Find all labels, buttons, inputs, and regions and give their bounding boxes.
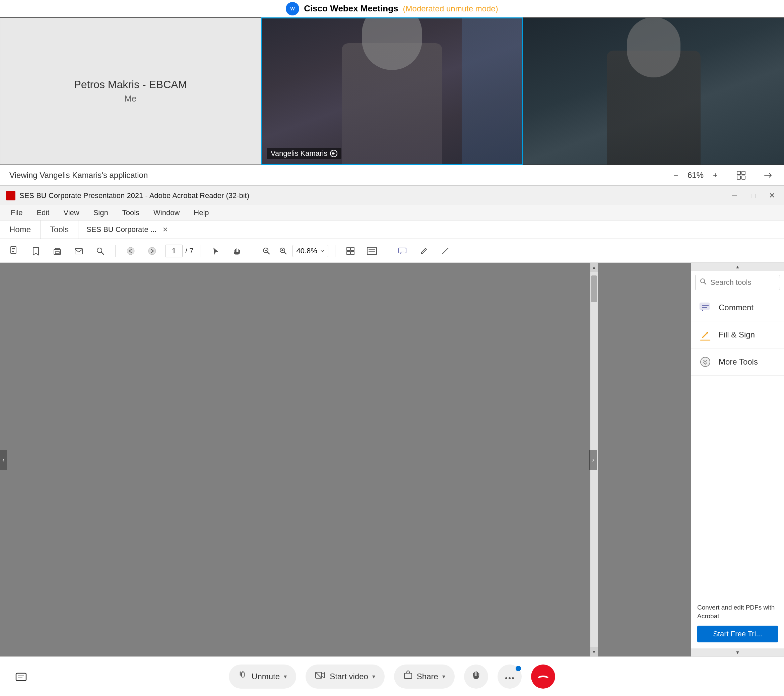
webex-bottom-bar: Unmute ▾ Start video ▾ Share ▾ [0, 656, 784, 696]
zoom-controls: − 61% + [670, 170, 721, 181]
close-button[interactable]: ✕ [766, 190, 778, 202]
svg-rect-30 [367, 247, 377, 255]
svg-rect-41 [700, 303, 709, 310]
zoom-out-button[interactable]: − [670, 170, 682, 181]
zoom-value: 61% [687, 171, 703, 180]
tools-scroll-down[interactable]: ▼ [691, 648, 784, 656]
viewing-text: Viewing Vangelis Kamaris's application [9, 171, 657, 180]
unmute-chevron[interactable]: ▾ [284, 673, 287, 680]
svg-line-25 [284, 252, 286, 254]
svg-line-16 [101, 252, 104, 254]
toolbar-keyboard-button[interactable] [364, 242, 380, 259]
scroll-left-arrow[interactable]: ‹ [0, 450, 7, 470]
captions-button[interactable] [9, 665, 33, 688]
zoom-dropdown[interactable]: 40.8% [293, 245, 328, 257]
acrobat-content: ‹ ▲ ▼ [0, 263, 784, 656]
more-tools-icon [698, 355, 713, 369]
webex-mode: (Moderated unmute mode) [403, 4, 498, 13]
kamaris-name: Vangelis Kamaris [271, 149, 328, 158]
promo-text: Convert and edit PDFs with Acrobat [697, 603, 778, 621]
toolbar-pages-button[interactable] [6, 242, 23, 259]
toolbar-bookmark-button[interactable] [28, 242, 44, 259]
menu-tools[interactable]: Tools [116, 206, 145, 219]
toolbar-search-button[interactable] [92, 242, 109, 259]
more-options-button[interactable] [497, 665, 522, 689]
menu-window[interactable]: Window [147, 206, 186, 219]
menu-edit[interactable]: Edit [30, 206, 55, 219]
svg-rect-29 [351, 251, 354, 255]
toolbar-comment-button[interactable] [394, 242, 411, 259]
tab-home[interactable]: Home [0, 221, 41, 239]
menu-sign[interactable]: Sign [87, 206, 114, 219]
view-options-icon[interactable] [735, 168, 748, 182]
unmute-icon [238, 671, 248, 682]
end-call-button[interactable] [531, 665, 555, 689]
page-navigation: / 7 [165, 245, 193, 257]
raise-hand-button[interactable] [464, 665, 488, 689]
scroll-thumb[interactable] [591, 275, 597, 302]
tab-tools[interactable]: Tools [41, 221, 78, 239]
menu-help[interactable]: Help [188, 206, 215, 219]
svg-rect-2 [332, 152, 334, 155]
toolbar-select-button[interactable] [207, 242, 224, 259]
toolbar-print-button[interactable] [49, 242, 66, 259]
promo-start-trial-button[interactable]: Start Free Tri... [697, 626, 778, 642]
toolbar-email-button[interactable] [70, 242, 87, 259]
minimize-button[interactable]: ─ [728, 190, 740, 202]
acrobat-tabbar: Home Tools SES BU Corporate ... ✕ [0, 221, 784, 239]
unmute-button[interactable]: Unmute ▾ [229, 665, 296, 689]
share-icon [404, 671, 413, 682]
toolbar-prev-page-button[interactable] [122, 242, 139, 259]
toolbar-measure-button[interactable] [437, 242, 454, 259]
svg-rect-28 [347, 251, 350, 255]
more-tools-label: More Tools [719, 357, 758, 366]
toolbar-zoom-in-button[interactable] [276, 244, 290, 258]
zoom-dropdown-value: 40.8% [296, 247, 317, 256]
tool-item-more-tools[interactable]: More Tools [691, 348, 784, 376]
tool-item-fill-sign[interactable]: Fill & Sign [691, 322, 784, 348]
notification-dot [516, 666, 521, 671]
maximize-button[interactable]: □ [747, 190, 759, 202]
tab-doc-label: SES BU Corporate ... [86, 225, 156, 234]
acrobat-titlebar: SES BU Corporate Presentation 2021 - Ado… [0, 186, 784, 205]
menu-view[interactable]: View [57, 206, 85, 219]
more-options-icon [505, 671, 514, 682]
toolbar-next-page-button[interactable] [144, 242, 160, 259]
tab-doc[interactable]: SES BU Corporate ... ✕ [78, 221, 784, 239]
toolbar-sep-3 [252, 245, 252, 257]
share-options-icon[interactable] [761, 168, 775, 182]
share-chevron[interactable]: ▾ [442, 673, 445, 680]
menu-file[interactable]: File [5, 206, 28, 219]
toolbar-zoom-out-button[interactable] [259, 244, 274, 258]
start-video-label: Start video [330, 672, 368, 681]
video-tile-self: Petros Makris - EBCAM Me [0, 17, 261, 165]
bottom-left-icons [9, 665, 33, 688]
video-tile-kamaris: Vangelis Kamaris [261, 17, 523, 165]
tab-doc-close[interactable]: ✕ [160, 225, 170, 234]
video-chevron[interactable]: ▾ [372, 673, 375, 680]
scroll-right-arrow[interactable]: › [589, 450, 597, 470]
svg-line-21 [267, 252, 269, 254]
toolbar-pen-button[interactable] [415, 242, 432, 259]
tools-search-input[interactable] [710, 278, 784, 287]
toolbar-sep-2 [200, 245, 200, 257]
tool-item-comment[interactable]: Comment [691, 294, 784, 322]
scroll-up-button[interactable]: ▲ [590, 263, 598, 272]
start-video-button[interactable]: Start video ▾ [306, 665, 385, 689]
tools-scroll-up[interactable]: ▲ [691, 263, 784, 271]
toolbar-hand-button[interactable] [229, 242, 245, 259]
toolbar-view-mode-button[interactable] [342, 242, 359, 259]
toolbar-sep-1 [115, 245, 115, 257]
zoom-in-button[interactable]: + [710, 170, 721, 181]
scroll-down-button[interactable]: ▼ [590, 647, 598, 656]
svg-rect-5 [742, 171, 745, 175]
tools-search-icon [700, 278, 707, 287]
share-button[interactable]: Share ▾ [394, 665, 455, 689]
video-tile-third [523, 17, 784, 165]
svg-point-53 [505, 677, 507, 679]
svg-rect-27 [351, 247, 354, 251]
tools-search-box [695, 275, 780, 290]
pdf-viewer[interactable]: ‹ ▲ ▼ [0, 263, 691, 656]
page-number-input[interactable] [165, 245, 183, 257]
toolbar-sep-5 [387, 245, 387, 257]
